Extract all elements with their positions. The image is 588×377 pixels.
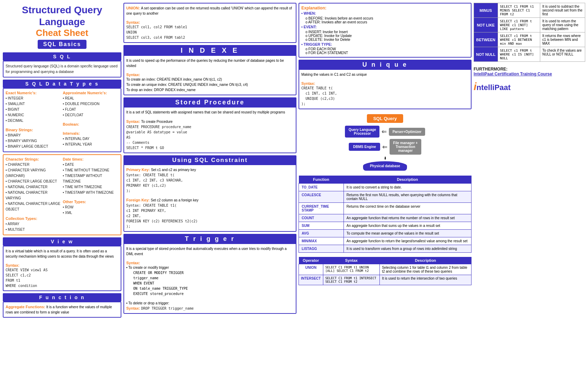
func-desc-cell: An aggregate function that sums up the v… [344, 222, 471, 230]
right-op-syntax: SELECT c1 FROM t WHERE c1 IS [NOT] NULL [498, 47, 540, 62]
date-date: DATE [63, 162, 119, 168]
event-update: o UPDATE: Invoke for Update [306, 34, 469, 38]
when-before: o BEFORE: Invokes before an event occurs [306, 16, 469, 20]
arrow-left2-icon: ⇐ [382, 143, 387, 151]
char-character: CHARACTER [6, 162, 61, 168]
pk-desc: Set c1 and c2 as primary key [151, 168, 196, 172]
table-row: UNIONSELECT C1 FROM t1 UNION [ALL] SELEC… [299, 264, 472, 275]
op-name-cell: UNION [299, 264, 323, 275]
sql-query-btn: SQL Query [367, 114, 403, 123]
dt-decimal: DECIMAL [6, 118, 61, 124]
when-label: • WHEN: [301, 10, 469, 16]
dt-smallint: SMALLINT [6, 101, 61, 107]
date-twtz2: TIME WITH TIMEZONE [63, 184, 119, 190]
union-syntax-label: Syntax: [126, 20, 294, 24]
trigger-drop-label: Syntax: [126, 306, 140, 310]
trigger-create: CREATE OR MODIFY TRIGGER [133, 270, 294, 275]
exact-numeric-col: Exact Numeric's: INTEGER SMALLINT BIGINT… [6, 91, 61, 149]
trigger-for-row: o FOR EACH ROW [306, 47, 469, 51]
trigger-syntax-label: Syntax: [126, 261, 294, 265]
op-syntax-header: Syntax [323, 257, 379, 264]
indexe-body: It is used to speed up the performance o… [126, 58, 294, 68]
char-varchar: CHARACTER VARYING (VARCHAR) [6, 168, 61, 179]
fk-desc: Set c2 column as a foreign key [151, 198, 198, 202]
func-name-cell: COALESCE [299, 191, 344, 203]
func-desc-cell: Returns the correct time on the database… [344, 203, 471, 214]
logo-area: i ntelliPaat [474, 81, 585, 93]
dt-decfloat: DECFLOAT [63, 112, 119, 118]
dt-float: FLOAT [63, 107, 119, 112]
cheat-sheet-title: Cheat Sheet [3, 28, 121, 38]
view-header: V i e w [3, 237, 121, 246]
sql-header: S Q L [3, 52, 121, 61]
column-3: Explanation: • WHEN: o BEFORE: Invokes b… [299, 3, 472, 374]
function-box: Aggregate Functions: It is a function wh… [3, 302, 121, 318]
view-body: It is a virtual table which is a result … [6, 249, 119, 259]
coll-title: Collection Types: [6, 216, 61, 221]
op-syntax-cell: SELECT C1 FROM t1 INTERSECT SELECT C1 FR… [323, 275, 379, 285]
pk-section: Primary Key: Set c1 and c2 as primary ke… [126, 167, 294, 193]
desc-col-header: Description [344, 176, 471, 184]
logo-i-letter: i [474, 81, 476, 93]
indexe-item1: To create an index: CREATE INDEX index_n… [126, 77, 294, 82]
char-national: NATIONAL CHARACTER [6, 184, 61, 190]
unique-body: Making the values in C1 and C2 as unique [301, 72, 469, 77]
intervals-title: Intervals: [63, 131, 119, 135]
func-name-cell: TO_DATE [299, 184, 344, 191]
unique-syntax-code: CREATE TABLE t( c1 INT, c1 INT, UNIQUE (… [301, 86, 469, 106]
op-desc-header: Description [380, 257, 472, 264]
other-title: Other Types: [63, 200, 119, 204]
coll-multiset: MULTISET [6, 227, 61, 232]
approx-title: Approximate Numeric's: [63, 91, 119, 95]
func-col-header: Function [299, 176, 344, 184]
trigger-drop-code: DROP TRIGGER trigger_name [141, 306, 194, 310]
date-tswtz: TIMESTAMP WITHOUT TIMEZONE [63, 173, 119, 184]
sp-syntax-desc: To create Procedure [141, 120, 173, 124]
view-section: V i e w It is a virtual table which is a… [3, 237, 121, 291]
furthermore-section: FURTHERMORE: IntelliPaat Certification T… [474, 67, 585, 76]
indexe-section: I N D E X E It is used to speed up the p… [123, 45, 296, 95]
func-desc-cell: To compute the mean average of the value… [344, 230, 471, 237]
logo-name: ntelliPaat [476, 83, 511, 92]
dt-real: REAL [63, 96, 119, 101]
table-row: CURRENT_TIME STAMPReturns the correct ti… [299, 203, 472, 214]
table-row: BETWEEN SELECT c1 FROM t WHERE c1 BETWEE… [474, 32, 585, 47]
indexe-header: I N D E X E [123, 45, 296, 56]
trigger-execute: EXECUTE stored_procedure [133, 291, 294, 296]
arrow-down-icon: ⬇ [384, 156, 387, 161]
datatypes-section: S Q L D a t a T y p e s Exact Numeric's:… [3, 80, 121, 152]
dt-integer: INTEGER [6, 96, 61, 101]
unique-header: U n i q u e [299, 60, 472, 70]
datatypes-box: Exact Numeric's: INTEGER SMALLINT BIGINT… [3, 88, 121, 152]
trigger-item1: • To create or modify trigger [126, 265, 294, 270]
func-name-cell: AVG [299, 230, 344, 237]
func-name-cell: LISTAGG [299, 245, 344, 253]
column-2: UNION: A set operation can be used on th… [123, 3, 296, 374]
date-title: Date times: [63, 157, 119, 161]
exact-title: Exact Numeric's: [6, 91, 61, 95]
stored-procedure-section: Stored Procedure It is a set of SQL stat… [123, 97, 296, 153]
sp-syntax-label: Syntax: [126, 119, 140, 124]
sp-body: It is a set of SQL statements with assig… [126, 110, 294, 115]
other-row: ROW [63, 205, 119, 210]
date-twtz: TIME WITHOUT TIMEZONE [63, 168, 119, 173]
op-desc-cell: It is used to return the intersection of… [380, 275, 472, 285]
union-title: UNION: [126, 6, 140, 10]
op-syntax-cell: SELECT C1 FROM t1 UNION [ALL] SELECT C1 … [323, 264, 379, 275]
dbms-box: DBMS Engine [349, 143, 380, 151]
fk-code: Syntax: CREATE TABLE t1( c1 INT PRIMARY … [126, 203, 294, 229]
trigger-delete: • To delete or drop a trigger: [126, 301, 294, 306]
trigger-box: It is a special type of stored procedure… [123, 244, 296, 314]
trigger-when: WHEN EVENT [133, 281, 294, 286]
logo-icon: i ntelliPaat [474, 81, 511, 93]
column-1: Structured Query Language Cheat Sheet SQ… [3, 3, 121, 374]
right-op-name: NOT NULL [474, 47, 498, 62]
binary-title: Binary Strings: [6, 128, 61, 132]
dt-binary-varying: BINARY VARYING [6, 138, 61, 144]
view-syntax-code: CREATE VIEW view1 AS SELECT c1,c2 FROM t… [6, 267, 119, 288]
func-name-cell: SUM [299, 222, 344, 230]
func-name-cell: CURRENT_TIME STAMP [299, 203, 344, 214]
right-op-syntax: SELECT c1 FROM t WHERE c1 [NOT] LIKE pat… [498, 18, 540, 32]
char-title: Character Strings: [6, 157, 61, 161]
table-row: NOT LIKE SELECT c1 FROM t WHERE c1 [NOT]… [474, 18, 585, 32]
